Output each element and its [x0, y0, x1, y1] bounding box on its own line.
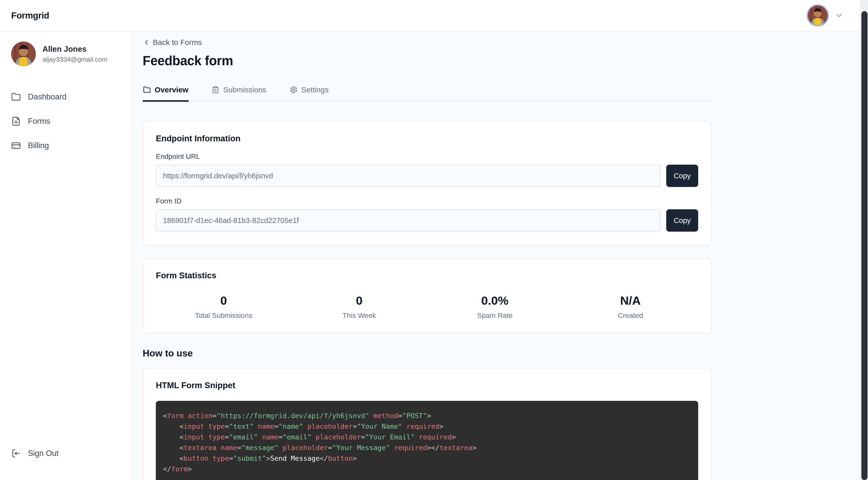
- sidebar-item-label: Billing: [28, 141, 49, 150]
- log-out-icon: [11, 449, 21, 458]
- card-title: HTML Form Snippet: [156, 381, 698, 390]
- app-header: Formgrid: [0, 0, 868, 31]
- gear-icon: [290, 86, 298, 94]
- clipboard-icon: [212, 86, 219, 94]
- copy-form-id-button[interactable]: Copy: [666, 209, 698, 232]
- endpoint-information-card: Endpoint Information Endpoint URL Copy F…: [143, 121, 711, 245]
- code-block: <form action="https://formgrid.dev/api/f…: [156, 401, 698, 480]
- user-name: Allen Jones: [42, 45, 107, 54]
- back-to-forms-link[interactable]: Back to Forms: [143, 38, 202, 47]
- card-title: Endpoint Information: [156, 134, 698, 143]
- tab-submissions[interactable]: Submissions: [211, 85, 267, 101]
- chevron-left-icon: [143, 38, 150, 46]
- stat-total-submissions: 0 Total Submissions: [156, 293, 291, 320]
- avatar[interactable]: [807, 4, 829, 27]
- stats-row: 0 Total Submissions 0 This Week 0.0% Spa…: [156, 293, 698, 320]
- stat-value: 0: [156, 293, 291, 308]
- html-snippet-card: HTML Form Snippet <form action="https://…: [143, 368, 711, 480]
- stat-this-week: 0 This Week: [291, 293, 427, 320]
- sidebar: Allen Jones aljay3334@gmail.com Dashboar…: [0, 31, 132, 480]
- file-text-icon: [11, 117, 21, 126]
- tab-overview[interactable]: Overview: [143, 85, 189, 101]
- sidebar-item-billing[interactable]: Billing: [11, 137, 124, 154]
- sidebar-item-forms[interactable]: Forms: [11, 113, 124, 130]
- stat-label: This Week: [291, 312, 427, 320]
- stat-value: 0.0%: [427, 293, 563, 308]
- stat-label: Created: [563, 312, 698, 320]
- endpoint-url-label: Endpoint URL: [156, 153, 698, 161]
- page-scrollbar: [860, 0, 868, 480]
- tab-label: Overview: [155, 86, 188, 94]
- stat-value: 0: [291, 293, 427, 308]
- tab-label: Submissions: [223, 86, 266, 94]
- sign-out-button[interactable]: Sign Out: [11, 449, 59, 458]
- stat-value: N/A: [563, 293, 698, 308]
- credit-card-icon: [11, 141, 21, 151]
- stat-label: Spam Rate: [427, 312, 563, 320]
- stat-spam-rate: 0.0% Spam Rate: [427, 293, 563, 320]
- user-menu[interactable]: [807, 4, 844, 27]
- tab-label: Settings: [301, 86, 329, 94]
- sidebar-item-dashboard[interactable]: Dashboard: [11, 89, 124, 105]
- how-to-use-heading: How to use: [143, 348, 711, 359]
- form-statistics-card: Form Statistics 0 Total Submissions 0 Th…: [143, 258, 711, 333]
- copy-url-button[interactable]: Copy: [666, 165, 698, 187]
- sidebar-item-label: Dashboard: [28, 92, 66, 101]
- scrollbar-thumb[interactable]: [861, 11, 867, 480]
- folder-icon: [143, 86, 151, 94]
- chevron-down-icon: [835, 11, 844, 20]
- endpoint-url-input[interactable]: [156, 165, 661, 187]
- tab-bar: Overview Submissions Settings: [143, 85, 711, 101]
- folder-icon: [11, 92, 21, 102]
- main-content: Back to Forms Feedback form Overview Sub…: [132, 31, 860, 480]
- sidebar-item-label: Forms: [28, 117, 50, 126]
- stat-created: N/A Created: [563, 293, 698, 320]
- stat-label: Total Submissions: [156, 312, 291, 320]
- app-logo: Formgrid: [11, 10, 49, 21]
- page-title: Feedback form: [143, 53, 711, 68]
- card-title: Form Statistics: [156, 271, 698, 280]
- sidebar-nav: Dashboard Forms Billing: [11, 89, 124, 154]
- sign-out-label: Sign Out: [28, 449, 59, 458]
- user-avatar: [11, 42, 36, 66]
- user-email: aljay3334@gmail.com: [42, 56, 107, 63]
- sidebar-user-block: Allen Jones aljay3334@gmail.com: [11, 42, 124, 66]
- tab-settings[interactable]: Settings: [289, 85, 329, 101]
- form-id-label: Form ID: [156, 197, 698, 205]
- form-id-input[interactable]: [156, 209, 661, 232]
